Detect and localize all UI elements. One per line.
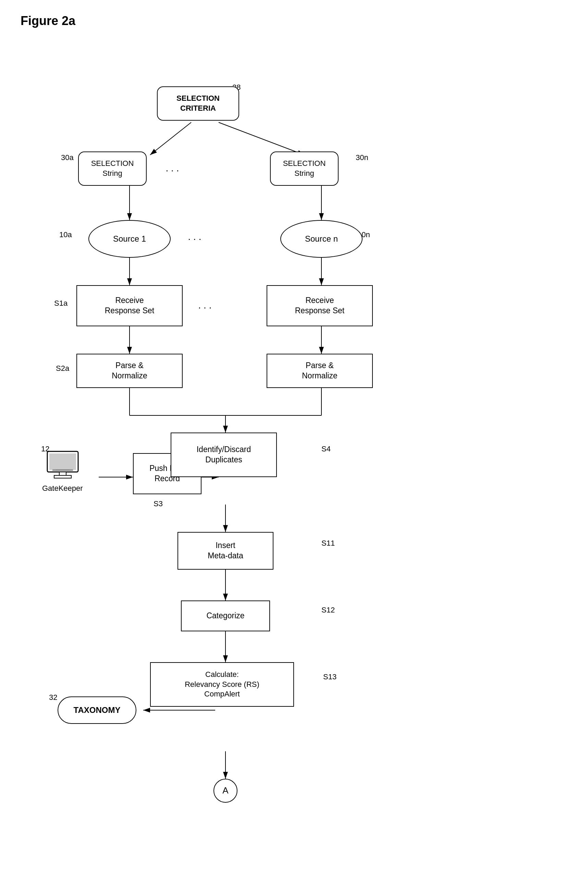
ref-10a: 10a — [59, 230, 72, 239]
terminal-a-node: A — [213, 779, 237, 803]
ref-s4: S4 — [321, 445, 331, 454]
ref-30n: 30n — [356, 153, 368, 162]
dots-2: · · · — [181, 232, 208, 246]
ref-s1a: S1a — [54, 299, 68, 308]
receive-response-n-node: Receive Response Set — [267, 285, 373, 326]
computer-icon — [44, 450, 81, 481]
taxonomy-node: TAXONOMY — [58, 697, 136, 724]
selection-string-a-node: SELECTION String — [78, 152, 147, 186]
ref-30a: 30a — [61, 153, 74, 162]
ref-12: 12 — [41, 445, 50, 454]
ref-s13: S13 — [323, 673, 336, 681]
source-n-node: Source n — [280, 220, 363, 258]
receive-response-a-node: Receive Response Set — [76, 285, 183, 326]
ref-s11: S11 — [321, 539, 335, 548]
svg-line-3 — [219, 122, 304, 155]
parse-normalize-n-node: Parse & Normalize — [267, 354, 373, 388]
identify-discard-node: Identify/Discard Duplicates — [171, 432, 277, 477]
dots-3: · · · — [191, 300, 219, 314]
calculate-node: Calculate: Relevancy Score (RS) CompAler… — [150, 662, 294, 707]
selection-string-n-node: SELECTION String — [270, 152, 339, 186]
svg-line-2 — [150, 122, 191, 155]
ref-32: 32 — [49, 693, 57, 702]
ref-s12: S12 — [321, 606, 335, 614]
categorize-node: Categorize — [181, 601, 270, 631]
figure-title: Figure 2a — [21, 14, 567, 28]
selection-criteria-node: SELECTION CRITERIA — [157, 86, 239, 121]
ref-s3: S3 — [153, 499, 163, 508]
source-1-node: Source 1 — [88, 220, 171, 258]
dots-1: · · · — [159, 164, 186, 177]
ref-s2a: S2a — [56, 364, 69, 373]
gatekeeper-label: GateKeeper — [42, 484, 83, 493]
svg-rect-24 — [54, 475, 71, 478]
svg-rect-22 — [50, 454, 76, 470]
insert-metadata-node: Insert Meta-data — [177, 532, 273, 570]
parse-normalize-a-node: Parse & Normalize — [76, 354, 183, 388]
